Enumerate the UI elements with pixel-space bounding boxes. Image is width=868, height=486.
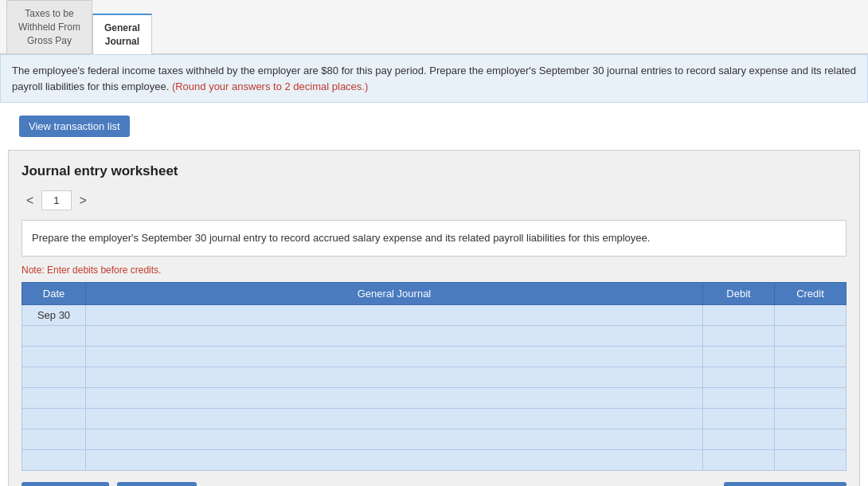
cell-credit-3[interactable] — [775, 366, 846, 387]
table-row — [22, 325, 846, 346]
worksheet-container: Journal entry worksheet < 1 > Prepare th… — [8, 150, 860, 486]
table-row — [22, 346, 846, 366]
table-row — [22, 366, 846, 387]
cell-journal-5[interactable] — [86, 408, 703, 429]
description-box: Prepare the employer's September 30 jour… — [22, 220, 846, 257]
table-row — [22, 449, 846, 470]
cell-date-4 — [22, 387, 86, 408]
cell-journal-3[interactable] — [86, 366, 703, 387]
cell-journal-7[interactable] — [86, 449, 703, 470]
cell-date-5 — [22, 408, 86, 429]
input-debit-3[interactable] — [703, 367, 774, 387]
table-row — [22, 387, 846, 408]
cell-debit-2[interactable] — [703, 346, 775, 366]
input-credit-7[interactable] — [775, 450, 846, 470]
input-journal-2[interactable] — [86, 347, 702, 366]
input-journal-0[interactable] — [86, 305, 702, 325]
cell-debit-0[interactable] — [703, 304, 775, 325]
bottom-buttons: Record entry Clear entry View general jo… — [22, 482, 846, 486]
cell-journal-6[interactable] — [86, 429, 703, 449]
input-debit-5[interactable] — [703, 409, 774, 429]
input-journal-6[interactable] — [86, 429, 702, 449]
cell-credit-4[interactable] — [775, 387, 846, 408]
record-entry-button[interactable]: Record entry — [22, 482, 109, 486]
tab-general-journal[interactable]: GeneralJournal — [92, 14, 152, 55]
input-credit-2[interactable] — [775, 347, 846, 366]
cell-journal-1[interactable] — [86, 325, 703, 346]
description-text: Prepare the employer's September 30 jour… — [32, 232, 650, 244]
cell-date-1 — [22, 325, 86, 346]
input-debit-1[interactable] — [703, 326, 774, 346]
cell-credit-5[interactable] — [775, 408, 846, 429]
cell-date-6 — [22, 429, 86, 449]
cell-date-7 — [22, 449, 86, 470]
input-journal-1[interactable] — [86, 326, 702, 346]
input-journal-5[interactable] — [86, 409, 702, 429]
tab-bar: Taxes to beWithheld FromGross Pay Genera… — [0, 0, 868, 54]
table-row — [22, 429, 846, 449]
input-credit-0[interactable] — [775, 305, 846, 325]
info-text: The employee's federal income taxes with… — [12, 65, 856, 92]
tab-navigation: < 1 > — [22, 190, 846, 210]
input-debit-2[interactable] — [703, 347, 774, 366]
view-transaction-button[interactable]: View transaction list — [19, 116, 130, 137]
input-journal-7[interactable] — [86, 450, 702, 470]
input-debit-7[interactable] — [703, 450, 774, 470]
cell-credit-2[interactable] — [775, 346, 846, 366]
input-journal-4[interactable] — [86, 388, 702, 408]
cell-debit-7[interactable] — [703, 449, 775, 470]
cell-date-3 — [22, 366, 86, 387]
cell-debit-3[interactable] — [703, 366, 775, 387]
table-row — [22, 408, 846, 429]
prev-page-arrow[interactable]: < — [22, 192, 38, 210]
input-credit-1[interactable] — [775, 326, 846, 346]
cell-journal-0[interactable] — [86, 304, 703, 325]
page-number: 1 — [41, 190, 71, 210]
clear-entry-button[interactable]: Clear entry — [117, 482, 197, 486]
table-row: Sep 30 — [22, 304, 846, 325]
cell-credit-7[interactable] — [775, 449, 846, 470]
cell-debit-1[interactable] — [703, 325, 775, 346]
info-note: (Round your answers to 2 decimal places.… — [172, 80, 368, 92]
input-credit-6[interactable] — [775, 429, 846, 449]
cell-journal-4[interactable] — [86, 387, 703, 408]
col-header-credit: Credit — [775, 282, 846, 304]
cell-debit-5[interactable] — [703, 408, 775, 429]
input-credit-3[interactable] — [775, 367, 846, 387]
input-debit-4[interactable] — [703, 388, 774, 408]
worksheet-title: Journal entry worksheet — [22, 163, 846, 179]
next-page-arrow[interactable]: > — [75, 192, 92, 210]
note-text: Note: Enter debits before credits. — [22, 265, 846, 276]
journal-table: Date General Journal Debit Credit Sep 30 — [22, 282, 846, 471]
cell-date-0: Sep 30 — [22, 304, 86, 325]
cell-date-2 — [22, 346, 86, 366]
cell-credit-0[interactable] — [775, 304, 846, 325]
input-journal-3[interactable] — [86, 367, 702, 387]
cell-credit-1[interactable] — [775, 325, 846, 346]
input-credit-4[interactable] — [775, 388, 846, 408]
input-credit-5[interactable] — [775, 409, 846, 429]
cell-journal-2[interactable] — [86, 346, 703, 366]
col-header-date: Date — [22, 282, 86, 304]
col-header-journal: General Journal — [86, 282, 703, 304]
col-header-debit: Debit — [703, 282, 775, 304]
input-debit-6[interactable] — [703, 429, 774, 449]
input-debit-0[interactable] — [703, 305, 774, 325]
cell-credit-6[interactable] — [775, 429, 846, 449]
view-general-journal-button[interactable]: View general journal — [724, 482, 846, 486]
cell-debit-4[interactable] — [703, 387, 775, 408]
tab-taxes[interactable]: Taxes to beWithheld FromGross Pay — [6, 0, 92, 53]
cell-debit-6[interactable] — [703, 429, 775, 449]
info-box: The employee's federal income taxes with… — [0, 54, 868, 103]
